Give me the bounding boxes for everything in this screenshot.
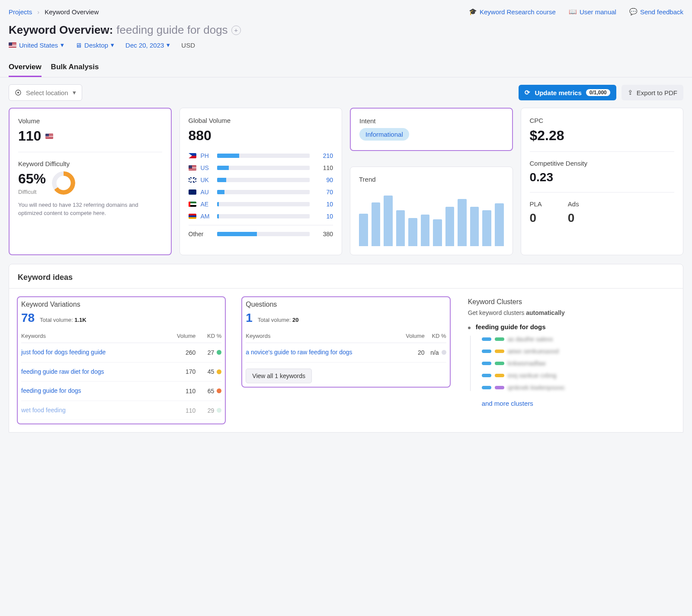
breadcrumb-parent[interactable]: Projects — [9, 8, 32, 16]
variations-count[interactable]: 78 — [21, 311, 35, 325]
variations-label: Keyword Variations — [21, 301, 221, 308]
pla-value: 0 — [530, 211, 542, 225]
global-volume-label: Global Volume — [189, 117, 333, 124]
gv-country-code[interactable]: PH — [201, 152, 215, 159]
device-select[interactable]: 🖥 Desktop ▾ — [75, 41, 114, 49]
gv-row: AU 70 — [189, 186, 333, 198]
select-location-button[interactable]: Select location ▾ — [9, 84, 82, 101]
country-select[interactable]: United States ▾ — [9, 41, 64, 49]
view-all-questions-button[interactable]: View all 1 keywords — [246, 369, 312, 383]
send-feedback-link[interactable]: 💬 Send feedback — [629, 8, 683, 16]
add-keyword-button[interactable]: + — [231, 26, 241, 35]
comp-density-label: Competitive Density — [530, 160, 675, 167]
tab-overview[interactable]: Overview — [9, 58, 42, 77]
export-pdf-button[interactable]: ⇪ Export to PDF — [622, 85, 683, 100]
row-kd: 45 — [195, 368, 221, 375]
clusters-label: Keyword Clusters — [468, 298, 673, 306]
gv-row: UK 90 — [189, 174, 333, 186]
breadcrumb: Projects › Keyword Overview — [9, 8, 99, 16]
trend-chart — [359, 190, 504, 246]
more-clusters-link[interactable]: and more clusters — [482, 400, 533, 407]
gv-row: AE 10 — [189, 198, 333, 210]
questions-total: Total volume: 20 — [258, 317, 299, 323]
gv-value[interactable]: 90 — [312, 176, 333, 183]
update-metrics-button[interactable]: ⟳ Update metrics 0/1,000 — [519, 85, 616, 100]
cluster-pill-icon — [482, 386, 491, 389]
cluster-text: exq xankue cxbng — [508, 372, 557, 379]
graduation-cap-icon: 🎓 — [469, 8, 477, 16]
gv-bar — [217, 232, 310, 236]
tab-bulk-analysis[interactable]: Bulk Analysis — [51, 58, 99, 77]
cluster-item[interactable]: aewx senkuesaxxd — [482, 348, 673, 355]
cpc-card: CPC $2.28 Competitive Density 0.23 PLA 0… — [521, 108, 684, 255]
cluster-item[interactable]: as dauthe salexx — [482, 336, 673, 343]
gv-bar — [217, 166, 310, 170]
kd-rating: Difficult — [18, 189, 46, 195]
chevron-down-icon: ▾ — [111, 41, 114, 49]
gv-other-label: Other — [189, 231, 215, 237]
keyword-link[interactable]: feeding guide for dogs — [21, 387, 165, 395]
gv-value[interactable]: 210 — [312, 152, 333, 159]
cluster-item[interactable]: qmknek kiwlerqosxxc — [482, 384, 673, 391]
target-icon — [15, 89, 22, 96]
ph-flag-icon — [189, 153, 196, 158]
export-icon: ⇪ — [628, 89, 633, 96]
row-kd: 65 — [195, 388, 221, 395]
cluster-item[interactable]: knkwsmadfaw — [482, 360, 673, 367]
question-row: a novice's guide to raw feeding for dogs… — [246, 343, 446, 363]
trend-bar — [470, 207, 479, 246]
cluster-text: knkwsmadfaw — [508, 360, 546, 367]
row-kd: n/a — [425, 349, 446, 356]
cluster-pill-icon — [495, 374, 504, 377]
gv-value[interactable]: 70 — [312, 189, 333, 196]
cluster-pill-icon — [482, 374, 491, 377]
col-kd: KD % — [195, 333, 221, 339]
chevron-down-icon: ▾ — [167, 41, 170, 49]
keyword-link[interactable]: feeding guide raw diet for dogs — [21, 368, 165, 376]
trend-label: Trend — [359, 176, 504, 183]
user-manual-link[interactable]: 📖 User manual — [569, 8, 616, 16]
gv-country-code[interactable]: UK — [201, 176, 215, 183]
kd-dot-icon — [217, 408, 221, 413]
update-count-badge: 0/1,000 — [586, 89, 610, 96]
gv-country-code[interactable]: AM — [201, 213, 215, 220]
date-select[interactable]: Dec 20, 2023 ▾ — [125, 41, 170, 49]
col-kd: KD % — [425, 333, 446, 339]
cluster-pill-icon — [482, 350, 491, 353]
bullet-icon — [468, 327, 471, 329]
gv-country-code[interactable]: AE — [201, 201, 215, 208]
cpc-value: $2.28 — [530, 128, 675, 144]
volume-kd-card: Volume 110 Keyword Difficulty 65% Diffic… — [9, 108, 172, 255]
gv-country-code[interactable]: US — [201, 164, 215, 171]
col-keywords: Keywords — [21, 333, 165, 339]
cluster-pill-icon — [495, 350, 504, 353]
kd-dot-icon — [217, 350, 221, 355]
trend-bar — [372, 202, 381, 246]
cluster-text: qmknek kiwlerqosxxc — [508, 384, 565, 391]
questions-count[interactable]: 1 — [246, 311, 253, 325]
intent-label: Intent — [359, 117, 503, 125]
keyword-link[interactable]: just food for dogs feeding guide — [21, 348, 165, 357]
cpc-label: CPC — [530, 117, 675, 124]
gv-value[interactable]: 10 — [312, 213, 333, 220]
keyword-link[interactable]: a novice's guide to raw feeding for dogs — [246, 348, 394, 357]
row-volume: 260 — [165, 349, 195, 356]
cluster-pill-icon — [495, 386, 504, 389]
row-volume: 110 — [165, 407, 195, 414]
chat-icon: 💬 — [629, 8, 638, 16]
keyword-course-link[interactable]: 🎓 Keyword Research course — [469, 8, 556, 16]
cluster-item[interactable]: exq xankue cxbng — [482, 372, 673, 379]
pla-label: PLA — [530, 200, 542, 208]
currency-label: USD — [181, 42, 195, 49]
desktop-icon: 🖥 — [75, 42, 82, 49]
ads-label: Ads — [568, 200, 579, 208]
cluster-text: aewx senkuesaxxd — [508, 348, 559, 355]
gv-bar — [217, 178, 310, 182]
cluster-root: feeding guide for dogs — [476, 323, 546, 330]
gv-value[interactable]: 10 — [312, 201, 333, 208]
keyword-link[interactable]: wet food feeding — [21, 406, 165, 415]
gv-country-code[interactable]: AU — [201, 189, 215, 196]
gv-bar — [217, 202, 310, 206]
volume-value: 110 — [18, 128, 162, 144]
au-flag-icon — [189, 189, 196, 195]
